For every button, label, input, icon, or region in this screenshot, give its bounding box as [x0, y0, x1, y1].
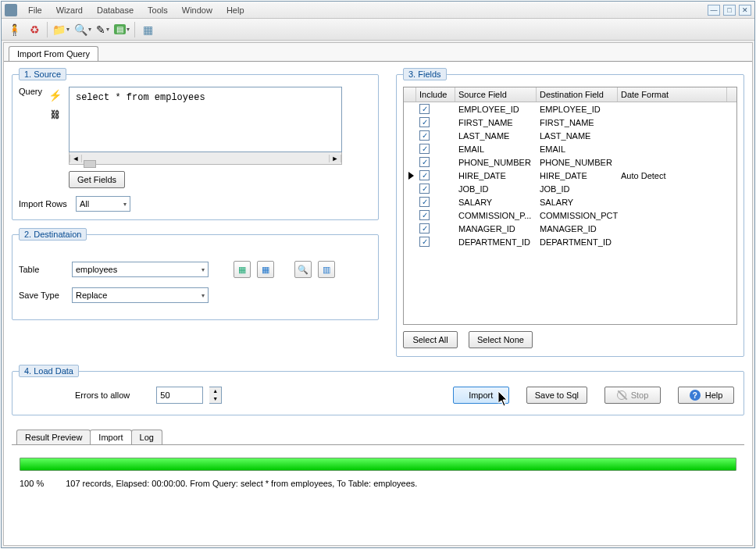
maximize-button[interactable]: □	[723, 5, 736, 16]
source-field-cell: PHONE_NUMBER	[455, 158, 537, 167]
toolbar: 🧍 ♻ 📁▾ 🔍▾ ✎▾ ▤▾ ▦	[2, 19, 754, 41]
source-field-cell: HIRE_DATE	[455, 171, 537, 180]
table-row[interactable]: DEPARTMENT_IDDEPARTMENT_ID	[404, 235, 736, 248]
help-button[interactable]: ? Help	[678, 387, 734, 404]
save-to-sql-button[interactable]: Save to Sql	[526, 387, 587, 404]
load-data-legend: 4. Load Data	[19, 365, 79, 377]
include-checkbox[interactable]	[419, 104, 430, 114]
toolbar-grid-icon[interactable]: ▦	[140, 22, 155, 37]
source-group: 1. Source Query ⚡ ⛓ select * from employ…	[12, 68, 379, 220]
include-checkbox[interactable]	[419, 184, 430, 194]
col-source-field[interactable]: Source Field	[455, 87, 537, 102]
destination-group: 2. Destinataion Table employees ▾ ▦ ▦ �	[12, 228, 379, 320]
toolbar-user-icon[interactable]: 🧍	[6, 22, 22, 37]
select-none-button[interactable]: Select None	[469, 331, 533, 348]
scroll-right-icon[interactable]: ►	[329, 155, 341, 162]
errors-spinner[interactable]: ▲▼	[209, 387, 222, 404]
fields-group: 3. Fields Include Source Field Destinati…	[396, 68, 744, 357]
source-field-cell: EMPLOYEE_ID	[455, 105, 537, 114]
include-checkbox[interactable]	[419, 130, 430, 141]
destination-field-cell: EMPLOYEE_ID	[537, 105, 618, 114]
query-input[interactable]: select * from employees	[69, 87, 342, 152]
source-field-cell: DEPARTMENT_ID	[455, 237, 537, 247]
table-row[interactable]: FIRST_NAMEFIRST_NAME	[404, 116, 736, 129]
include-checkbox[interactable]	[419, 117, 430, 127]
close-button[interactable]: ✕	[739, 5, 751, 16]
stop-button[interactable]: Stop	[604, 387, 661, 404]
menu-window[interactable]: Window	[176, 3, 219, 17]
get-fields-button[interactable]: Get Fields	[69, 171, 125, 188]
dest-icon-1[interactable]: ▦	[234, 261, 251, 278]
table-row[interactable]: COMMISSION_P...COMMISSION_PCT	[404, 209, 736, 222]
select-all-button[interactable]: Select All	[403, 331, 458, 348]
table-row[interactable]: HIRE_DATEHIRE_DATEAuto Detect	[404, 169, 736, 182]
destination-field-cell: LAST_NAME	[537, 131, 618, 141]
destination-field-cell: JOB_ID	[537, 184, 618, 194]
tab-import-from-query[interactable]: Import From Query	[9, 46, 98, 61]
include-checkbox[interactable]	[419, 223, 430, 234]
include-checkbox[interactable]	[419, 210, 430, 220]
menu-help[interactable]: Help	[220, 3, 251, 17]
include-checkbox[interactable]	[419, 197, 430, 207]
include-checkbox[interactable]	[419, 237, 430, 247]
toolbar-green-icon[interactable]: ▤▾	[114, 24, 130, 34]
row-marker-icon	[408, 172, 414, 180]
dest-icon-2[interactable]: ▦	[257, 261, 274, 278]
include-checkbox[interactable]	[419, 157, 430, 167]
scroll-left-icon[interactable]: ◄	[70, 155, 82, 162]
tab-log[interactable]: Log	[131, 430, 162, 444]
table-row[interactable]: MANAGER_IDMANAGER_ID	[404, 222, 736, 235]
import-rows-select[interactable]: All ▾	[76, 196, 130, 212]
table-row[interactable]: JOB_IDJOB_ID	[404, 182, 736, 195]
errors-value: 50	[160, 390, 169, 400]
table-row[interactable]: LAST_NAMELAST_NAME	[404, 129, 736, 142]
page-tabs: Import From Query	[4, 43, 752, 62]
fields-legend: 3. Fields	[403, 68, 447, 80]
save-type-label: Save Type	[19, 291, 66, 300]
source-field-cell: COMMISSION_P...	[455, 211, 537, 220]
import-rows-value: All	[80, 199, 89, 209]
menu-database[interactable]: Database	[91, 3, 140, 17]
table-row[interactable]: PHONE_NUMBERPHONE_NUMBER	[404, 155, 736, 169]
include-checkbox[interactable]	[419, 170, 430, 180]
toolbar-refresh-icon[interactable]: ♻	[27, 22, 42, 37]
source-field-cell: LAST_NAME	[455, 131, 537, 141]
dest-icon-3[interactable]: 🔍	[294, 261, 312, 278]
col-date-format[interactable]: Date Format	[618, 87, 727, 102]
destination-legend: 2. Destinataion	[19, 228, 87, 241]
dest-icon-4[interactable]: ▥	[318, 261, 335, 278]
table-row[interactable]: EMPLOYEE_IDEMPLOYEE_ID	[404, 102, 736, 116]
source-legend: 1. Source	[19, 68, 66, 80]
destination-field-cell: SALARY	[537, 198, 618, 207]
bottom-tabs: Result Preview Import Log	[12, 425, 744, 445]
table-row[interactable]: EMAILEMAIL	[404, 142, 736, 155]
destination-field-cell: MANAGER_ID	[537, 224, 618, 234]
errors-label: Errors to allow	[75, 390, 130, 400]
import-button[interactable]: Import	[453, 387, 509, 404]
query-hscroll[interactable]: ◄ ►	[69, 152, 342, 165]
toolbar-wand-icon[interactable]: ✎▾	[96, 23, 109, 36]
destination-field-cell: HIRE_DATE	[537, 171, 618, 180]
table-select[interactable]: employees ▾	[72, 262, 209, 277]
col-include[interactable]: Include	[416, 87, 455, 102]
save-type-select[interactable]: Replace ▾	[72, 287, 209, 303]
include-checkbox[interactable]	[419, 144, 430, 154]
toolbar-folder-icon[interactable]: 📁▾	[52, 23, 70, 36]
minimize-button[interactable]: —	[708, 5, 720, 16]
progress-bar	[20, 458, 736, 471]
col-destination-field[interactable]: Destination Field	[537, 87, 618, 102]
menu-tools[interactable]: Tools	[141, 3, 174, 17]
menu-wizard[interactable]: Wizard	[50, 3, 89, 17]
chain-icon[interactable]: ⛓	[51, 109, 60, 120]
tab-result-preview[interactable]: Result Preview	[16, 430, 91, 444]
stop-icon	[617, 390, 626, 400]
toolbar-search-icon[interactable]: 🔍▾	[74, 23, 91, 36]
errors-input[interactable]: 50	[156, 387, 203, 404]
menubar: File Wizard Database Tools Window Help —…	[2, 2, 754, 19]
destination-field-cell: COMMISSION_PCT	[537, 211, 618, 220]
lightning-icon[interactable]: ⚡	[48, 89, 62, 102]
menu-file[interactable]: File	[22, 3, 48, 17]
destination-field-cell: FIRST_NAME	[537, 118, 618, 127]
tab-import[interactable]: Import	[90, 430, 131, 444]
table-row[interactable]: SALARYSALARY	[404, 195, 736, 209]
